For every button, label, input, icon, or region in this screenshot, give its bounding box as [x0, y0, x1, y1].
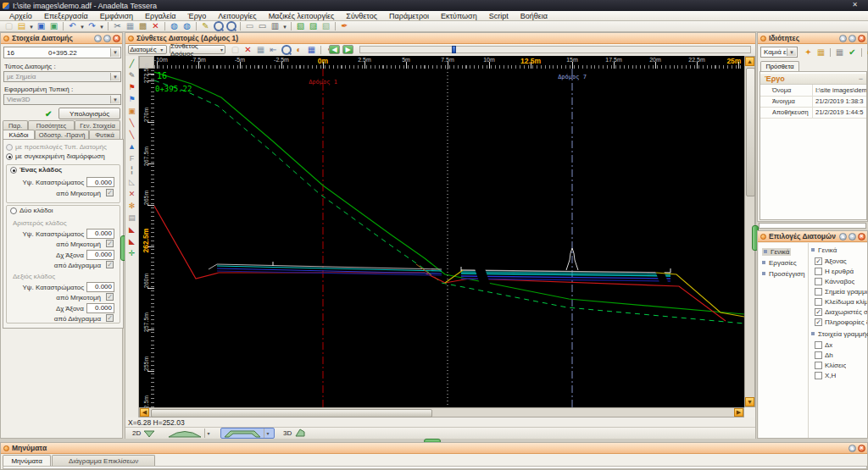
- window-close-button[interactable]: ✕: [852, 1, 863, 8]
- close-panel-button[interactable]: ✕: [858, 233, 865, 241]
- chevron-down-icon[interactable]: ▾: [204, 429, 212, 438]
- radio-custom-config[interactable]: [6, 153, 13, 160]
- messages-tab-Διάγραμμα Επικλίσεων[interactable]: Διάγραμμα Επικλίσεων: [52, 455, 155, 466]
- cross-sections-window-header[interactable]: Σύνθετες Διατομές (Δρόμος 1): [125, 33, 755, 44]
- close-panel-button[interactable]: ✕: [113, 35, 120, 42]
- menu-item-Βοήθεια[interactable]: Βοήθεια: [515, 12, 554, 20]
- zoom-special-icon[interactable]: [225, 21, 237, 31]
- typical-combo[interactable]: View3D ▼: [3, 94, 121, 105]
- checkbox[interactable]: ✓: [106, 314, 114, 322]
- properties-panel-header[interactable]: Ιδιότητες ▴ ▪ ✕: [758, 33, 867, 44]
- rollup-button[interactable]: ▴: [849, 445, 856, 452]
- prev-entity-icon[interactable]: ◍: [168, 21, 181, 31]
- zoom-section-icon[interactable]: [280, 45, 292, 55]
- radio-two-branches[interactable]: [10, 207, 17, 214]
- cross-lines-icon[interactable]: ✕: [126, 188, 137, 200]
- rollup-button[interactable]: ▴: [839, 233, 847, 241]
- letter-f-icon[interactable]: F: [126, 152, 137, 164]
- scroll-left-icon[interactable]: ◀: [140, 408, 149, 417]
- grid-icon[interactable]: ▦: [833, 47, 846, 58]
- halftone-icon[interactable]: ◐: [292, 45, 305, 55]
- scroll-up-icon[interactable]: ▲: [745, 57, 754, 66]
- menu-item-Λειτουργίες[interactable]: Λειτουργίες: [212, 12, 262, 20]
- view-2d-button[interactable]: 2D: [129, 428, 159, 439]
- option-checkbox[interactable]: ✓: [815, 318, 822, 326]
- messages-tab-Μηνύματα[interactable]: Μηνύματα: [3, 455, 51, 466]
- station-slider-thumb[interactable]: [452, 46, 456, 53]
- option-checkbox[interactable]: ✓: [815, 257, 822, 265]
- menu-item-Εμφάνιση[interactable]: Εμφάνιση: [94, 12, 139, 20]
- option-checkbox[interactable]: [815, 362, 822, 369]
- section-selector-combo[interactable]: 16 0+395.22 ▼: [3, 47, 121, 58]
- float-button[interactable]: ▪: [849, 35, 856, 42]
- chevron-down-icon[interactable]: ▼: [787, 48, 796, 56]
- caret-down-icon[interactable]: ▾: [281, 21, 288, 31]
- copy-section-icon[interactable]: ▦: [254, 45, 267, 55]
- image-box-icon[interactable]: ▣: [126, 105, 137, 117]
- redo-icon[interactable]: ↷: [86, 21, 98, 31]
- road-section-view-button[interactable]: ▾: [220, 428, 275, 439]
- menu-item-Αρχείο[interactable]: Αρχείο: [3, 12, 38, 20]
- terrain-view-button[interactable]: ▾: [164, 428, 215, 439]
- locate-icon[interactable]: ✦: [802, 47, 815, 58]
- copy-props-icon[interactable]: ▦: [815, 47, 827, 58]
- window-tile-icon[interactable]: ▧: [294, 21, 307, 31]
- blue-flag-icon[interactable]: ⚑: [126, 93, 137, 105]
- numeric-field[interactable]: 0.000: [86, 303, 114, 313]
- float-button[interactable]: ▪: [849, 233, 856, 241]
- angle-icon[interactable]: ◺: [126, 176, 137, 188]
- undo-icon[interactable]: ↶: [66, 21, 79, 31]
- section-type-combo[interactable]: με Σημεία ▼: [3, 71, 121, 82]
- station-slider[interactable]: [359, 46, 751, 53]
- tree-item-Προσέγγιση[interactable]: Προσέγγιση: [762, 270, 804, 278]
- window-min-icon[interactable]: ▧: [320, 21, 332, 31]
- option-checkbox[interactable]: [815, 288, 822, 296]
- rollup-button[interactable]: ▴: [839, 35, 847, 42]
- messages-panel-header[interactable]: Μηνύματα ▴ ✕: [1, 443, 867, 454]
- caret-down-icon[interactable]: ▾: [98, 21, 105, 31]
- numeric-field[interactable]: 0.000: [86, 229, 114, 239]
- prev-section-button[interactable]: ◀: [329, 45, 340, 54]
- project-group-header[interactable]: Έργο −: [760, 74, 866, 85]
- numeric-field[interactable]: 0.000: [86, 250, 114, 260]
- flower-gear-icon[interactable]: ✻: [126, 200, 137, 212]
- rollup-button[interactable]: ▴: [94, 35, 102, 42]
- radio-typical-defaults[interactable]: [6, 144, 13, 151]
- sections-dropdown[interactable]: Διατομές ▾: [128, 45, 167, 54]
- filter-check-icon[interactable]: ✔: [846, 47, 859, 58]
- checkbox[interactable]: ✓: [106, 293, 114, 301]
- tree-item-Γενικά[interactable]: Γενικά: [762, 248, 791, 256]
- tree-item-Εργασίες[interactable]: Εργασίες: [762, 259, 797, 267]
- horizontal-scrollbar[interactable]: ◀ ▶: [139, 407, 744, 417]
- divider-mark-icon[interactable]: ╏: [126, 164, 137, 176]
- cross-section-canvas[interactable]: Δρόμος 1Δρόμος 7160+395.22: [154, 69, 744, 407]
- caret-down-icon[interactable]: ▾: [79, 21, 86, 31]
- option-checkbox[interactable]: [815, 341, 822, 349]
- view-3d-button[interactable]: 3D: [280, 428, 309, 439]
- selection-filter-combo[interactable]: Καμιά επ ▼: [760, 47, 798, 58]
- next-entity-icon[interactable]: ◍: [181, 21, 193, 31]
- option-checkbox[interactable]: [815, 351, 822, 359]
- chevron-down-icon[interactable]: ▼: [110, 48, 120, 57]
- level-mark-icon[interactable]: ▲: [126, 141, 137, 152]
- copy-icon[interactable]: ▦: [124, 21, 136, 31]
- option-checkbox[interactable]: [815, 278, 822, 285]
- window-cascade-icon[interactable]: ▨: [307, 21, 320, 31]
- checkbox[interactable]: ✓: [106, 189, 114, 196]
- float-button[interactable]: ▪: [103, 35, 111, 42]
- save-project-icon[interactable]: ▣: [47, 21, 60, 31]
- style-brush-icon[interactable]: ✒: [338, 21, 351, 31]
- tab-extras[interactable]: Πρόσθετα: [760, 61, 799, 71]
- edit-points-icon[interactable]: ✎: [126, 69, 137, 81]
- delete-section-icon[interactable]: ✕: [242, 45, 254, 55]
- chevron-down-icon[interactable]: ▼: [110, 96, 120, 103]
- new-section-icon[interactable]: ▢: [229, 45, 242, 55]
- numeric-field[interactable]: 0.000: [86, 282, 114, 292]
- close-panel-button[interactable]: ✕: [858, 445, 865, 452]
- help-grid-icon[interactable]: ▦: [305, 45, 318, 55]
- property-row[interactable]: Άνοιγμα21/2/2019 1:38:3: [760, 96, 866, 108]
- new-file-icon[interactable]: ▢: [3, 21, 15, 31]
- red-flag-icon[interactable]: ⚑: [126, 81, 137, 93]
- next-section-button[interactable]: ▶: [342, 45, 353, 54]
- paste-icon[interactable]: ▩: [136, 21, 149, 31]
